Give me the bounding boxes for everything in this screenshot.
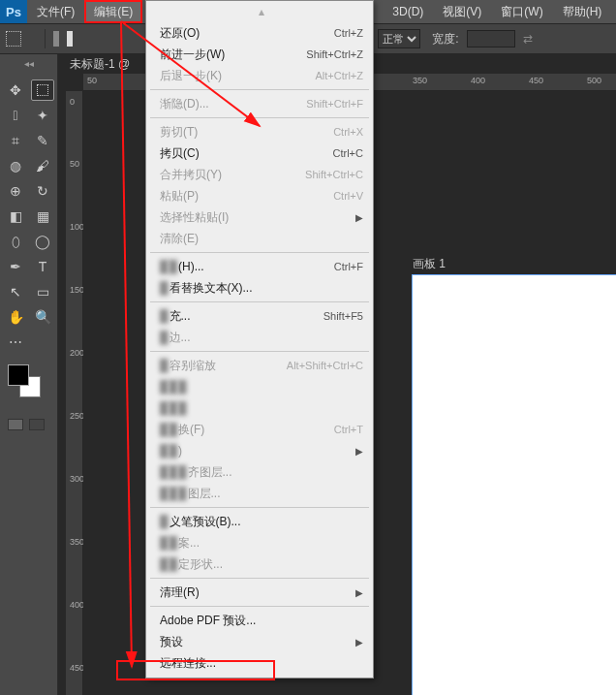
artboard-label[interactable]: 画板 1 (413, 256, 446, 272)
type-tool[interactable]: T (31, 256, 54, 277)
menu-: ███ (146, 397, 373, 419)
menu-h[interactable]: ██(H)...Ctrl+F (146, 256, 373, 277)
width-input[interactable] (467, 30, 515, 47)
menu-: ██定形状... (146, 553, 373, 575)
menu-o[interactable]: 还原(O)Ctrl+Z (146, 22, 373, 44)
doc-tab[interactable]: 未标题-1 @ (70, 56, 130, 73)
menu-i: 选择性粘贴(I)▶ (146, 206, 373, 228)
eraser-tool[interactable]: ◧ (4, 205, 27, 227)
menu-b[interactable]: █义笔预设(B)... (146, 511, 373, 532)
patch-tool[interactable]: ◍ (4, 155, 27, 176)
menu-x[interactable]: █看替换文本(X)... (146, 277, 373, 299)
quick-mask-icon[interactable] (29, 419, 45, 430)
menu-[interactable]: 远程连接... (146, 652, 373, 674)
menu-3d[interactable]: 3D(D) (383, 0, 433, 23)
gradient-tool[interactable]: ▦ (31, 205, 54, 227)
crop-tool[interactable]: ⌗ (4, 130, 27, 151)
shape-tool[interactable]: ▭ (31, 281, 54, 302)
menu-w[interactable]: 前进一步(W)Shift+Ctrl+Z (146, 44, 373, 65)
menu-p: 粘贴(P)Ctrl+V (146, 185, 373, 206)
ps-logo: Ps (0, 0, 27, 23)
mode-icon-2[interactable] (67, 31, 73, 47)
menu-window[interactable]: 窗口(W) (491, 0, 552, 23)
tools-panel: ◂◂ ✥ 𓏲 ✦ ⌗ ✎ ◍ 🖌 ⊕ ↻ ◧ ▦ ⬯ ◯ ✒ T ↖ ▭ ✋ 🔍… (0, 54, 58, 695)
menu-: ██案... (146, 532, 373, 553)
style-select[interactable]: 正常 (378, 29, 420, 48)
menu-f: ██换(F)Ctrl+T (146, 419, 373, 440)
v-ruler: 0 50 100 150 200 250 300 350 400 450 (66, 91, 83, 695)
menu-r[interactable]: 清理(R)▶ (146, 582, 373, 603)
wand-tool[interactable]: ✦ (31, 105, 54, 126)
move-tool[interactable]: ✥ (4, 79, 27, 101)
menu-d: 渐隐(D)...Shift+Ctrl+F (146, 93, 373, 114)
width-label: 宽度: (432, 31, 458, 47)
screen-mode-icon[interactable] (8, 419, 23, 430)
lasso-tool[interactable]: 𓏲 (4, 105, 27, 126)
path-tool[interactable]: ↖ (4, 281, 27, 302)
edit-dropdown: ▴ 还原(O)Ctrl+Z前进一步(W)Shift+Ctrl+Z后退一步(K)A… (145, 0, 374, 679)
menu-: █边... (146, 327, 373, 348)
menu-adobepdf[interactable]: Adobe PDF 预设... (146, 610, 373, 631)
menu-file[interactable]: 文件(F) (27, 0, 84, 23)
menu-: █容别缩放Alt+Shift+Ctrl+C (146, 355, 373, 376)
menu-y: 合并拷贝(Y)Shift+Ctrl+C (146, 164, 373, 185)
hand-tool[interactable]: ✋ (4, 306, 27, 328)
artboard[interactable] (413, 275, 616, 695)
menu-c[interactable]: 拷贝(C)Ctrl+C (146, 142, 373, 164)
menu-: ███图层... (146, 483, 373, 504)
marquee-tool[interactable] (31, 79, 54, 101)
menu-: ███齐图层... (146, 461, 373, 483)
menu-t: 剪切(T)Ctrl+X (146, 121, 373, 142)
menu-e: 清除(E) (146, 228, 373, 249)
more-tool[interactable]: ⋯ (4, 332, 27, 353)
menu-a: ██)▶ (146, 440, 373, 461)
color-swatches[interactable] (8, 364, 43, 399)
menu-edit[interactable]: 编辑(E) (84, 0, 142, 23)
history-tool[interactable]: ↻ (31, 180, 54, 202)
dodge-tool[interactable]: ◯ (31, 231, 54, 252)
menu-[interactable]: 预设▶ (146, 631, 373, 652)
eyedropper-tool[interactable]: ✎ (31, 130, 54, 151)
brush-tool[interactable]: 🖌 (31, 155, 54, 176)
menu-view[interactable]: 视图(V) (433, 0, 491, 23)
fg-swatch[interactable] (8, 364, 29, 386)
stamp-tool[interactable]: ⊕ (4, 180, 27, 202)
menu-help[interactable]: 帮助(H) (553, 0, 612, 23)
blur-tool[interactable]: ⬯ (4, 231, 27, 252)
zoom-tool[interactable]: 🔍 (31, 306, 54, 328)
menu-[interactable]: █充...Shift+F5 (146, 305, 373, 327)
menu-k: 后退一步(K)Alt+Ctrl+Z (146, 65, 373, 86)
marquee-preset[interactable] (6, 31, 21, 47)
mode-icon-1[interactable] (53, 31, 59, 47)
menu-: ███ (146, 376, 373, 397)
pen-tool[interactable]: ✒ (4, 256, 27, 277)
